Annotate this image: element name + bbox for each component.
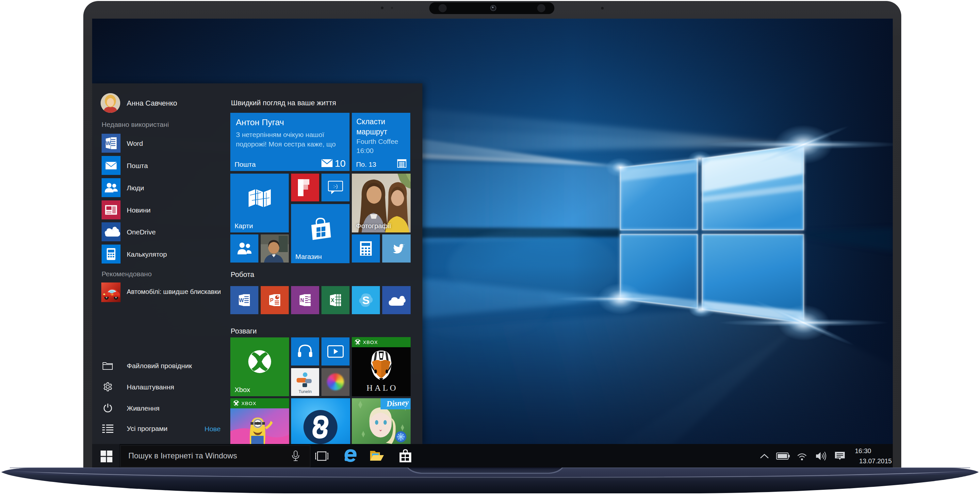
svg-text:S: S: [362, 294, 370, 307]
svg-text:W: W: [239, 297, 244, 303]
svg-text:XBOX: XBOX: [363, 339, 378, 345]
svg-text:X: X: [331, 297, 334, 303]
svg-text:P: P: [270, 297, 274, 303]
svg-text:W: W: [106, 141, 111, 146]
svg-text:N: N: [300, 297, 304, 303]
svg-text::-): :-): [333, 184, 337, 189]
svg-text:XBOX: XBOX: [242, 401, 256, 406]
